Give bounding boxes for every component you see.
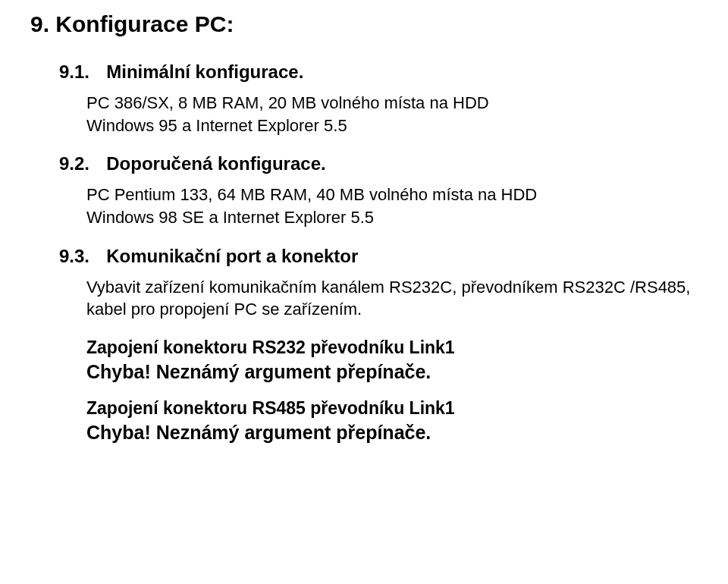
- wiring-rs232-title: Zapojení konektoru RS232 převodníku Link…: [86, 338, 705, 358]
- section-9-1-body: PC 386/SX, 8 MB RAM, 20 MB volného místa…: [86, 92, 705, 137]
- section-title: [93, 61, 102, 82]
- section-9-3-heading: 9.3. Komunikační port a konektor: [59, 246, 705, 267]
- section-9-3-body: Vybavit zařízení komunikačním kanálem RS…: [86, 276, 705, 321]
- body-line: PC 386/SX, 8 MB RAM, 20 MB volného místa…: [86, 92, 705, 115]
- section-title-text: Minimální konfigurace.: [106, 61, 303, 82]
- section-title-text: Komunikační port a konektor: [106, 246, 358, 266]
- section-title: [93, 153, 102, 174]
- section-9-2-body: PC Pentium 133, 64 MB RAM, 40 MB volného…: [86, 184, 705, 228]
- section-number: 9.1.: [59, 61, 89, 82]
- wiring-rs232-error: Chyba! Neznámý argument přepínače.: [86, 361, 705, 383]
- body-line: Windows 98 SE a Internet Explorer 5.5: [86, 206, 705, 229]
- body-line: Windows 95 a Internet Explorer 5.5: [86, 115, 705, 137]
- body-line: PC Pentium 133, 64 MB RAM, 40 MB volného…: [86, 184, 705, 206]
- section-title-text: Doporučená konfigurace.: [106, 153, 325, 174]
- page-title: 9. Konfigurace PC:: [30, 11, 705, 37]
- section-9-1-heading: 9.1. Minimální konfigurace.: [59, 61, 705, 83]
- section-title: [93, 246, 102, 266]
- section-9-2-heading: 9.2. Doporučená konfigurace.: [59, 153, 705, 174]
- body-line: Vybavit zařízení komunikačním kanálem RS…: [86, 276, 705, 321]
- wiring-rs485-title: Zapojení konektoru RS485 převodníku Link…: [86, 398, 705, 419]
- section-number: 9.2.: [59, 153, 89, 174]
- wiring-rs485-error: Chyba! Neznámý argument přepínače.: [86, 422, 705, 444]
- section-number: 9.3.: [59, 246, 89, 266]
